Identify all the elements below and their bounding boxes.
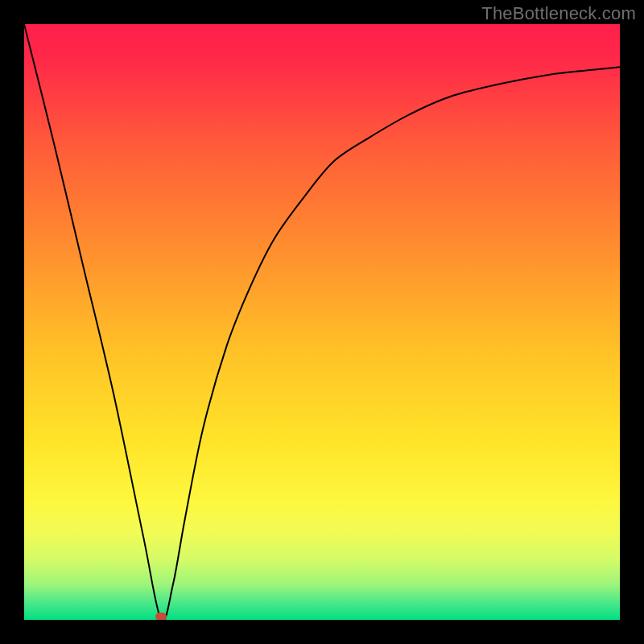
- attribution-label: TheBottleneck.com: [481, 3, 636, 24]
- chart-frame: TheBottleneck.com: [0, 0, 644, 644]
- bottleneck-curve: [24, 24, 620, 620]
- plot-area: [24, 24, 620, 620]
- minimum-marker: [155, 613, 167, 620]
